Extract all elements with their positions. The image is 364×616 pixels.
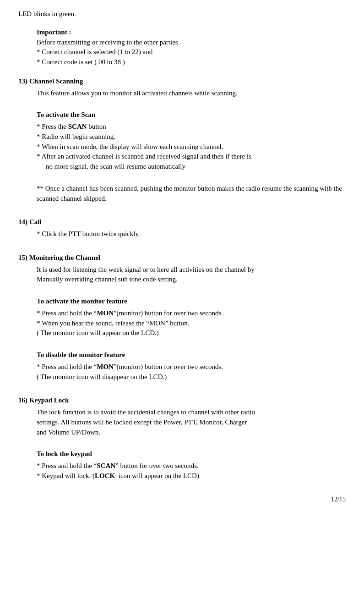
section-14-title: Call: [29, 217, 42, 227]
section-13-bullet-4: * After an activated channel is scanned …: [37, 152, 346, 162]
section-14-bullet-1: * Click the PTT button twice quickly.: [37, 229, 346, 239]
important-line1: Before transmitting or receiving to the …: [37, 38, 346, 48]
section-16-title-row: 16) Keypad Lock: [18, 396, 346, 406]
section-13-bullet-2: * Radio will begin scanning.: [37, 132, 346, 142]
section-13-bullet-3: * When in scan mode, the display will sh…: [37, 142, 346, 152]
section-13: 13) Channel Scanning This feature allows…: [18, 77, 346, 204]
section-16-intro1: The lock function is to avoid the accide…: [37, 407, 346, 418]
page-content: LED blinks in green. Important : Before …: [18, 9, 346, 504]
section-13-title: Channel Scanning: [29, 77, 83, 87]
section-13-body: This feature allows you to monitor all a…: [37, 88, 346, 204]
section-16-intro2: settings. All buttons will be locked exc…: [37, 418, 346, 428]
section-13-bullet-1: * Press the SCAN button: [37, 122, 346, 132]
section-16-sub1-heading: To lock the keypad: [37, 449, 346, 459]
section-15-intro2: Manually overriding channel sub tone cod…: [37, 275, 346, 285]
section-16-number: 16): [18, 396, 27, 406]
important-line3: * Correct code is set ( 00 to 38 ): [37, 57, 346, 67]
section-16-sub1-bullet-2: * Keypad will lock. (LOCK icon will appe…: [37, 471, 346, 481]
section-13-intro: This feature allows you to monitor all a…: [37, 88, 346, 99]
section-13-indent: no more signal, the scan will resume aut…: [46, 162, 346, 172]
section-16-body: The lock function is to avoid the accide…: [37, 407, 346, 481]
section-15-intro1: It is used for listening the week signal…: [37, 265, 346, 275]
section-15-sub1-bullet-2: * When you hear the sound, release the “…: [37, 319, 346, 329]
section-15-sub2-heading: To disable the monitor feature: [37, 350, 346, 360]
section-16: 16) Keypad Lock The lock function is to …: [18, 396, 346, 481]
section-13-number: 13): [18, 77, 27, 87]
section-15-title-row: 15) Monitoring the Channel: [18, 253, 346, 263]
section-14-body: * Click the PTT button twice quickly.: [37, 229, 346, 239]
section-13-sub1-heading: To activate the Scan: [37, 110, 346, 120]
section-14: 14) Call * Click the PTT button twice qu…: [18, 217, 346, 239]
section-15-body: It is used for listening the week signal…: [37, 265, 346, 382]
section-13-title-row: 13) Channel Scanning: [18, 77, 346, 87]
section-14-number: 14): [18, 217, 27, 227]
section-14-title-row: 14) Call: [18, 217, 346, 227]
important-label: Important :: [37, 28, 346, 38]
section-15-sub1-heading: To activate the monitor feature: [37, 297, 346, 307]
intro-text: LED blinks in green.: [18, 9, 346, 19]
page-number: 12/15: [18, 495, 346, 504]
section-16-intro3: and Volume UP/Down.: [37, 428, 346, 438]
section-15-sub1-bullet-1: * Press and hold the “MON”(monitor) butt…: [37, 308, 346, 319]
section-15-title: Monitoring the Channel: [29, 253, 100, 263]
section-15-number: 15): [18, 253, 27, 263]
section-16-title: Keypad Lock: [29, 396, 69, 406]
section-15-sub1-bullet-3: ( The monitor icon will appear on the LC…: [37, 328, 346, 338]
important-line2: * Correct channel is selected (1 to 22) …: [37, 47, 346, 57]
section-16-sub1-bullet-1: * Press and hold the “SCAN” button for o…: [37, 461, 346, 471]
section-15-sub2-bullet-2: ( The monitor icon will disappear on the…: [37, 372, 346, 382]
section-15: 15) Monitoring the Channel It is used fo…: [18, 253, 346, 382]
section-15-sub2-bullet-1: * Press and hold the “MON”(monitor) butt…: [37, 362, 346, 372]
section-13-note: ** Once a channel has been scanned, push…: [37, 184, 346, 204]
important-block: Important : Before transmitting or recei…: [37, 28, 346, 67]
